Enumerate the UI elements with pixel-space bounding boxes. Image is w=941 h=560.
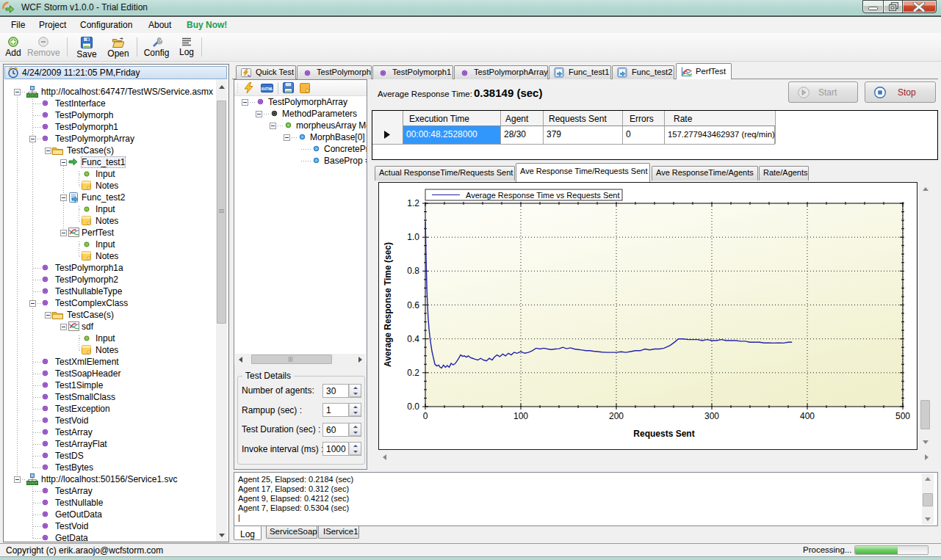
- svg-text:Average Response Time vs Reque: Average Response Time vs Requests Sent: [466, 191, 620, 200]
- svg-text:0.2: 0.2: [407, 368, 419, 378]
- svg-text:Average Response Time (sec): Average Response Time (sec): [383, 242, 393, 367]
- svg-text:300: 300: [704, 411, 719, 421]
- svg-text:200: 200: [609, 411, 624, 421]
- svg-text:0: 0: [423, 411, 428, 421]
- svg-text:0.0: 0.0: [407, 401, 419, 412]
- svg-text:400: 400: [800, 411, 815, 421]
- svg-text:1.0: 1.0: [407, 232, 419, 242]
- svg-text:500: 500: [895, 411, 910, 421]
- svg-text:0.8: 0.8: [407, 266, 419, 276]
- svg-text:0.6: 0.6: [407, 300, 419, 310]
- svg-text:100: 100: [513, 411, 528, 421]
- svg-text:1.2: 1.2: [407, 198, 419, 208]
- svg-text:0.4: 0.4: [407, 334, 419, 344]
- svg-text:Requests Sent: Requests Sent: [633, 429, 694, 439]
